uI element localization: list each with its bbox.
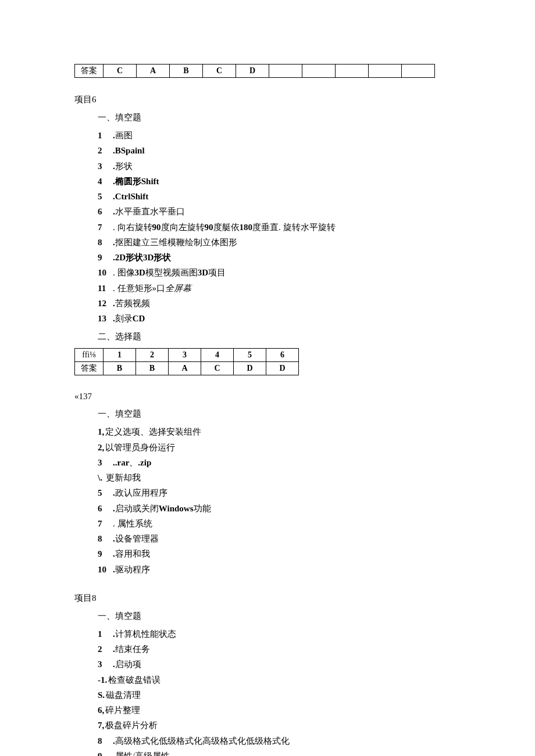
- header-cell: 2: [136, 349, 169, 362]
- answer-cell: [402, 65, 435, 78]
- answer-cell: [336, 65, 369, 78]
- row-label: 答案: [75, 362, 104, 375]
- answer-cell: C: [203, 65, 236, 78]
- list-item: 6,碎片整理: [98, 704, 461, 717]
- list-item: 3.启动项: [98, 658, 461, 671]
- section7-fill-list: 1,定义选项、选择安装组件 2,以管理员身份运行 3..rar、.zip \. …: [98, 425, 461, 576]
- answer-cell: A: [169, 362, 201, 375]
- list-item: 2.BSpainl: [98, 144, 461, 157]
- list-item: 6.启动或关闭Windows功能: [98, 502, 461, 515]
- list-item: 9.2D形状3D形状: [98, 251, 461, 264]
- answer-cell: D: [266, 362, 299, 375]
- list-item: -1.检查破盘错误: [98, 673, 461, 687]
- list-item: 12.苦频视频: [98, 297, 461, 310]
- list-item: 2,以管理员身份运行: [98, 441, 461, 454]
- list-item: 5.CtrlShift: [98, 190, 461, 203]
- row-label: 答案: [75, 65, 104, 78]
- section8-title: 项目8: [74, 593, 461, 604]
- section6-sub1: 一、填空题: [98, 112, 461, 123]
- table-row: 答案 B B A C D D: [75, 362, 299, 375]
- section8-fill-list: 1.计算机性能状态 2.结束任务 3.启动项 -1.检查破盘错误 S.磁盘清理 …: [98, 628, 461, 756]
- list-item: 9.属性/高级属性: [98, 750, 461, 756]
- section6-sub2: 二、选择题: [98, 331, 461, 342]
- answer-cell: B: [104, 362, 136, 375]
- section6-title: 项目6: [74, 94, 461, 105]
- list-item: 7,极盘碎片分析: [98, 719, 461, 732]
- list-item: 7. 属性系统: [98, 517, 461, 531]
- list-item: 10. 图像3D模型视频画图3D项目: [98, 266, 461, 280]
- list-item: \. 更新却我: [98, 471, 461, 485]
- answer-cell: D: [234, 362, 266, 375]
- top-answer-table: 答案 C A B C D: [74, 64, 435, 78]
- list-item: 1.画图: [98, 129, 461, 142]
- section6-choice-table: ffi⅛ 1 2 3 4 5 6 答案 B B A C D D: [74, 348, 299, 375]
- list-item: 4.椭圆形Shift: [98, 175, 461, 188]
- document-page: 答案 C A B C D 项目6 一、填空题 1.画图 2.BSpainl 3.…: [0, 0, 535, 756]
- header-label: ffi⅛: [75, 349, 104, 362]
- header-cell: 3: [169, 349, 201, 362]
- list-item: 11. 任意矩形»口全屏幕: [98, 282, 461, 295]
- answer-cell: [269, 65, 302, 78]
- list-item: 5.政认应用程序: [98, 486, 461, 500]
- list-item: 6.水平垂直水平垂口: [98, 205, 461, 218]
- answer-cell: C: [201, 362, 234, 375]
- answer-cell: [302, 65, 336, 78]
- list-item: S.磁盘清理: [98, 689, 461, 702]
- list-item: 3..rar、.zip: [98, 456, 461, 470]
- answer-cell: [369, 65, 402, 78]
- section8-sub1: 一、填空题: [98, 611, 461, 622]
- answer-cell: B: [136, 362, 169, 375]
- header-cell: 6: [266, 349, 299, 362]
- list-item: 1,定义选项、选择安装组件: [98, 425, 461, 439]
- list-item: 8.设备管理器: [98, 532, 461, 546]
- list-item: 7. 向右旋转90度向左旋转90度艇依180度垂直. 旋转水平旋转: [98, 221, 461, 234]
- section6-fill-list: 1.画图 2.BSpainl 3.形状 4.椭圆形Shift 5.CtrlShi…: [98, 129, 461, 325]
- table-row: ffi⅛ 1 2 3 4 5 6: [75, 349, 299, 362]
- answer-cell: D: [236, 65, 269, 78]
- answer-cell: A: [137, 65, 170, 78]
- header-cell: 1: [104, 349, 136, 362]
- table-row: 答案 C A B C D: [75, 65, 435, 78]
- header-cell: 5: [234, 349, 266, 362]
- list-item: 2.结束任务: [98, 643, 461, 656]
- section7-sub1: 一、填空题: [98, 409, 461, 420]
- list-item: 9.容用和我: [98, 547, 461, 561]
- list-item: 1.计算机性能状态: [98, 628, 461, 641]
- list-item: 8.抠图建立三维模鞭绘制立体图形: [98, 236, 461, 249]
- list-item: 10.驱动程序: [98, 563, 461, 576]
- answer-cell: C: [104, 65, 137, 78]
- list-item: 8.高级格式化低级格式化高级格式化低级格式化: [98, 734, 461, 748]
- list-item: 3.形状: [98, 160, 461, 173]
- answer-cell: B: [170, 65, 203, 78]
- section7-title: «137: [74, 392, 461, 402]
- header-cell: 4: [201, 349, 234, 362]
- list-item: 13.刻录CD: [98, 312, 461, 325]
